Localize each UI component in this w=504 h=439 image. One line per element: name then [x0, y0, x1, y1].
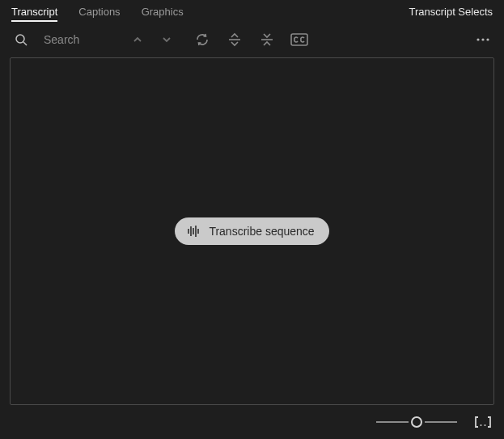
tab-transcript-selects[interactable]: Transcript Selects	[409, 6, 493, 22]
tab-captions[interactable]: Captions	[78, 6, 120, 22]
transcribe-icon	[186, 224, 201, 238]
tabs-row: Transcript Captions Graphics Transcript …	[0, 0, 504, 22]
transcribe-label: Transcribe sequence	[209, 225, 314, 238]
refresh-icon[interactable]	[193, 30, 212, 49]
split-icon[interactable]	[225, 30, 244, 49]
search-group	[11, 30, 126, 49]
svg-point-15	[412, 417, 421, 427]
transcript-area: Transcribe sequence	[10, 57, 494, 405]
svg-point-5	[476, 38, 479, 40]
chevron-up-icon[interactable]	[128, 30, 147, 49]
merge-icon[interactable]	[257, 30, 277, 49]
transcribe-sequence-button[interactable]: Transcribe sequence	[175, 217, 328, 245]
chevron-down-icon[interactable]	[157, 30, 176, 49]
svg-point-7	[486, 38, 489, 40]
svg-rect-4	[291, 34, 307, 45]
fit-width-icon[interactable]	[473, 412, 493, 432]
search-input[interactable]	[42, 32, 126, 47]
toolbar	[0, 22, 504, 57]
more-icon[interactable]	[473, 30, 493, 49]
svg-point-6	[481, 38, 484, 40]
zoom-slider[interactable]	[376, 416, 457, 428]
search-nav-group	[128, 30, 176, 49]
tab-transcript[interactable]: Transcript	[11, 6, 57, 22]
svg-point-16	[481, 424, 482, 426]
text-panel: Transcript Captions Graphics Transcript …	[0, 0, 504, 439]
svg-point-17	[485, 424, 486, 426]
search-icon[interactable]	[11, 30, 31, 49]
tool-icons	[193, 30, 309, 49]
svg-line-1	[23, 42, 27, 45]
tab-graphics[interactable]: Graphics	[142, 6, 184, 22]
footer	[0, 405, 504, 439]
cc-icon[interactable]	[290, 30, 309, 49]
svg-point-0	[16, 35, 24, 43]
